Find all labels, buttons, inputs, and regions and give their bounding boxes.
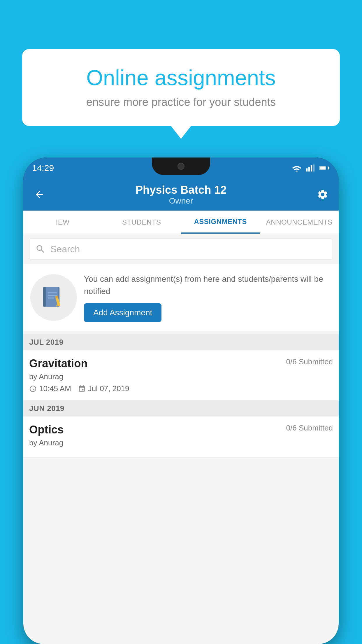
assignment-time: 10:45 AM [29,384,71,393]
assignment-item-gravitation[interactable]: Gravitation 0/6 Submitted by Anurag 10:4… [23,350,339,400]
svg-rect-3 [313,164,314,172]
assignment-top-row-optics: Optics 0/6 Submitted [29,424,333,436]
assignment-top-row: Gravitation 0/6 Submitted [29,357,333,370]
speech-bubble: Online assignments ensure more practice … [22,49,340,126]
svg-rect-5 [320,167,326,170]
header-subtitle: Owner [136,196,227,206]
tab-announcements[interactable]: ANNOUNCEMENTS [260,211,339,234]
search-placeholder: Search [50,244,80,255]
empty-state-icon [30,274,77,321]
back-button[interactable] [32,187,47,202]
status-icons [291,164,330,172]
svg-rect-0 [306,168,307,172]
assignment-submitted-optics: 0/6 Submitted [286,424,333,433]
phone-frame: 14:29 [23,158,339,644]
calendar-icon [78,385,86,393]
bubble-subtitle: ensure more practice for your students [40,96,322,108]
add-assignment-button[interactable]: Add Assignment [84,303,161,322]
header-center: Physics Batch 12 Owner [136,184,227,206]
notebook-icon [41,284,67,311]
section-header-jul: JUL 2019 [23,334,339,350]
assignment-date-value: Jul 07, 2019 [88,384,129,393]
tab-assignments[interactable]: ASSIGNMENTS [181,211,260,234]
assignment-name: Gravitation [29,357,88,370]
battery-icon [319,164,330,172]
search-icon [35,244,46,254]
assignment-date: Jul 07, 2019 [78,384,129,393]
empty-state-content: You can add assignment(s) from here and … [84,273,332,322]
svg-rect-1 [308,167,310,172]
status-time: 14:29 [32,163,54,173]
tab-students[interactable]: STUDENTS [102,211,181,234]
bubble-title: Online assignments [40,65,322,90]
notch [152,158,210,175]
assignment-submitted: 0/6 Submitted [286,357,333,366]
section-header-jun: JUN 2019 [23,400,339,416]
header-title: Physics Batch 12 [136,184,227,196]
assignment-name-optics: Optics [29,424,64,436]
signal-icon [305,164,316,172]
settings-button[interactable] [315,187,330,202]
wifi-icon [291,164,302,172]
svg-rect-6 [328,167,329,169]
svg-rect-9 [43,287,46,307]
svg-rect-10 [48,292,57,293]
svg-rect-2 [311,165,312,172]
assignment-item-optics[interactable]: Optics 0/6 Submitted by Anurag [23,416,339,458]
clock-icon [29,385,37,393]
empty-state-message: You can add assignment(s) from here and … [84,273,332,298]
assignment-meta: 10:45 AM Jul 07, 2019 [29,384,333,393]
camera [178,163,184,170]
app-header: Physics Batch 12 Owner [23,178,339,211]
assignment-author-optics: by Anurag [29,438,333,447]
svg-rect-11 [48,295,57,296]
assignment-time-value: 10:45 AM [39,384,71,393]
content-area: Search [23,234,339,644]
tab-bar: IEW STUDENTS ASSIGNMENTS ANNOUNCEMENTS [23,211,339,234]
assignment-author: by Anurag [29,372,333,381]
empty-state: You can add assignment(s) from here and … [23,264,339,331]
tab-iew[interactable]: IEW [23,211,102,234]
svg-rect-12 [48,298,55,298]
search-bar[interactable]: Search [29,239,333,260]
